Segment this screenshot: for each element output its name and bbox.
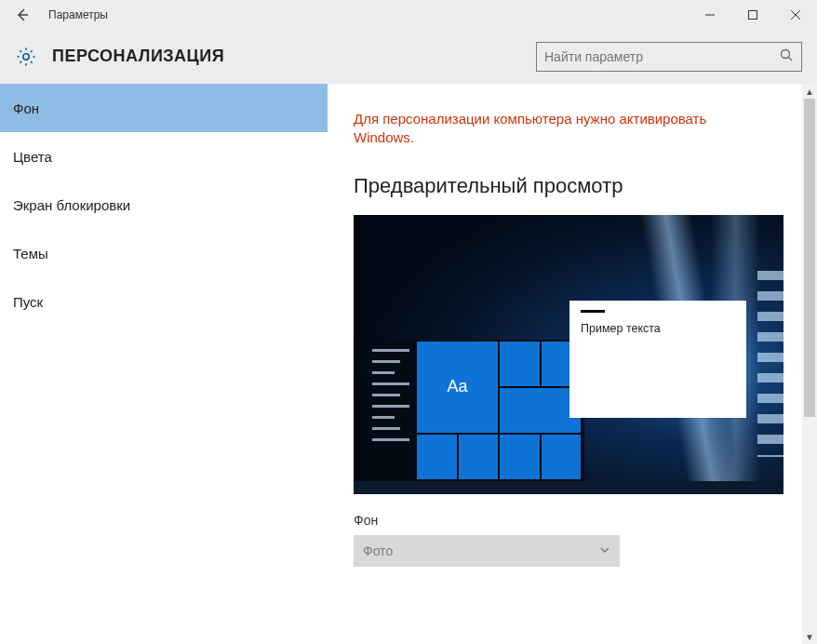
maximize-button[interactable] — [731, 0, 774, 30]
preview-list-line — [372, 416, 395, 419]
desktop-preview: Aa Пример текста — [354, 215, 784, 494]
minimize-icon — [704, 9, 716, 20]
preview-tile-text: Aa — [447, 377, 467, 396]
preview-sample-window-bar — [581, 310, 605, 313]
page-heading: ПЕРСОНАЛИЗАЦИЯ — [52, 47, 536, 66]
search-icon — [779, 47, 794, 66]
scroll-track[interactable] — [802, 99, 817, 629]
preview-list-line — [372, 405, 409, 408]
background-dropdown-value: Фото — [363, 543, 393, 558]
search-input[interactable] — [544, 49, 779, 64]
preview-taskbar — [354, 481, 784, 494]
titlebar: Параметры — [0, 0, 817, 30]
chevron-down-icon — [599, 543, 610, 558]
preview-tile-big: Aa — [417, 342, 498, 433]
maximize-icon — [747, 9, 758, 20]
sidebar-item-start[interactable]: Пуск — [0, 277, 328, 326]
background-field-label: Фон — [354, 513, 791, 528]
preview-sample-text: Пример текста — [581, 322, 735, 335]
preview-tile — [500, 342, 540, 386]
preview-list-line — [372, 382, 409, 385]
svg-rect-0 — [749, 11, 757, 20]
svg-point-1 — [23, 53, 29, 59]
sidebar-item-background[interactable]: Фон — [0, 84, 328, 132]
scroll-down-arrow-icon[interactable]: ▼ — [802, 629, 817, 644]
preview-tile-wide — [500, 388, 581, 433]
preview-tile — [500, 435, 540, 479]
sidebar-item-label: Фон — [13, 101, 39, 116]
preview-start-list — [367, 340, 415, 481]
scroll-thumb[interactable] — [804, 99, 815, 417]
preview-list-line — [372, 427, 400, 430]
window-title: Параметры — [45, 8, 108, 21]
preview-tile-grid: Aa — [415, 340, 583, 481]
sidebar-item-label: Экран блокировки — [13, 197, 130, 213]
preview-tile — [459, 435, 499, 479]
sidebar-item-label: Пуск — [13, 294, 43, 310]
sidebar-item-label: Цвета — [13, 149, 52, 165]
preview-sample-window: Пример текста — [569, 301, 746, 418]
preview-start-menu: Aa — [367, 340, 584, 481]
header-row: ПЕРСОНАЛИЗАЦИЯ — [0, 30, 817, 84]
activation-warning: Для персонализации компьютера нужно акти… — [354, 110, 763, 148]
vertical-scrollbar[interactable]: ▲ ▼ — [802, 84, 817, 644]
preview-tile — [542, 435, 582, 479]
content-scroll: Для персонализации компьютера нужно акти… — [328, 84, 817, 644]
preview-list-line — [372, 371, 395, 374]
background-dropdown[interactable]: Фото — [354, 535, 620, 567]
sidebar: Фон Цвета Экран блокировки Темы Пуск — [0, 84, 328, 644]
sidebar-item-lockscreen[interactable]: Экран блокировки — [0, 181, 328, 229]
preview-list-line — [372, 349, 409, 352]
arrow-left-icon — [15, 7, 30, 22]
minimize-button[interactable] — [689, 0, 731, 30]
preview-list-line — [372, 360, 400, 363]
content-area: Для персонализации компьютера нужно акти… — [328, 84, 817, 644]
close-icon — [790, 9, 801, 20]
sidebar-item-label: Темы — [13, 246, 48, 262]
back-button[interactable] — [0, 0, 45, 30]
sidebar-item-colors[interactable]: Цвета — [0, 132, 328, 181]
close-button[interactable] — [774, 0, 817, 30]
preview-section-title: Предварительный просмотр — [354, 174, 791, 198]
body: Фон Цвета Экран блокировки Темы Пуск Для… — [0, 84, 817, 644]
svg-point-2 — [782, 49, 790, 58]
sidebar-item-themes[interactable]: Темы — [0, 229, 328, 277]
scroll-up-arrow-icon[interactable]: ▲ — [802, 84, 817, 99]
search-box[interactable] — [536, 42, 802, 72]
settings-gear-icon — [11, 42, 41, 72]
preview-list-line — [372, 394, 400, 396]
preview-tile — [417, 435, 457, 479]
preview-list-line — [372, 438, 409, 441]
